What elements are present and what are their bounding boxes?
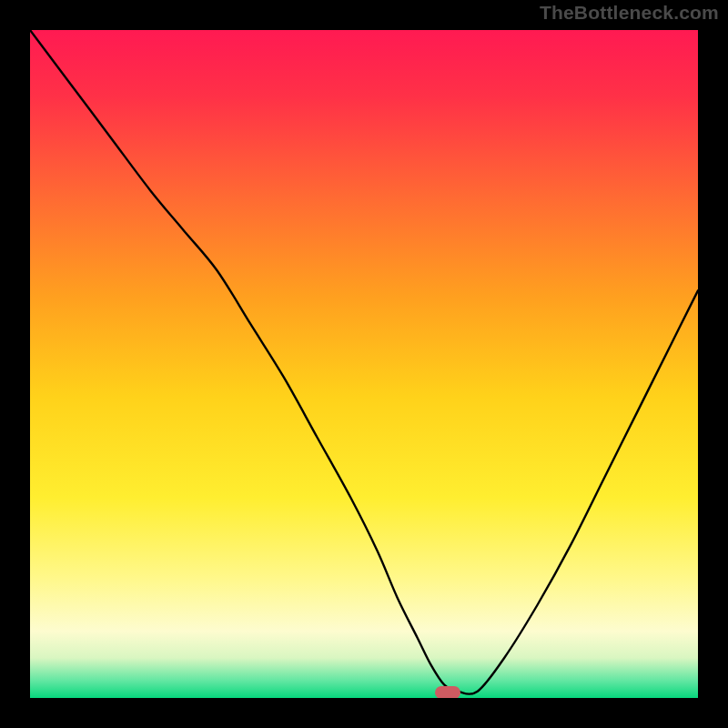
chart-frame: TheBottleneck.com xyxy=(0,0,728,728)
plot-area xyxy=(30,30,698,698)
chart-svg xyxy=(30,30,698,698)
watermark-text: TheBottleneck.com xyxy=(540,2,719,24)
optimal-marker xyxy=(435,686,460,698)
gradient-rect xyxy=(30,30,698,698)
